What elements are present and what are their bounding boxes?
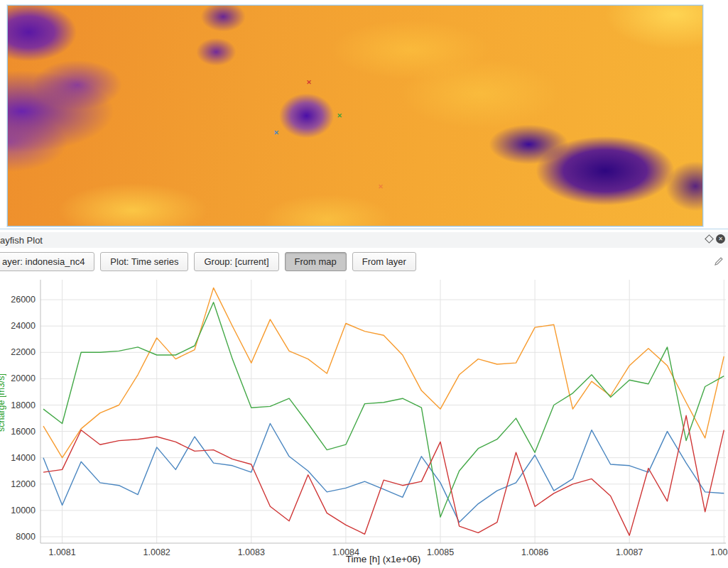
orange-point-marker-icon: ✕	[378, 184, 384, 190]
y-axis-label: scharge [m3/s]	[0, 373, 6, 432]
toolbar-button-layer[interactable]: ayer: indonesia_nc4	[0, 252, 94, 271]
svg-text:22000: 22000	[11, 347, 36, 357]
edit-plot-icon[interactable]	[714, 256, 724, 266]
svg-text:20000: 20000	[11, 373, 36, 383]
svg-text:1.0083: 1.0083	[238, 547, 265, 557]
svg-text:1.0085: 1.0085	[427, 547, 454, 557]
svg-text:Time [h] (x1e+06): Time [h] (x1e+06)	[346, 554, 421, 564]
svg-text:1.0087: 1.0087	[616, 547, 643, 557]
svg-text:18000: 18000	[11, 400, 36, 410]
timeseries-plot[interactable]: 1.00811.00821.00831.00841.00851.00861.00…	[0, 274, 728, 568]
close-panel-icon[interactable]: ✕	[716, 234, 725, 244]
toolbar-button-from-map[interactable]: From map	[285, 252, 347, 271]
toolbar-button-group[interactable]: Group: [current]	[194, 252, 278, 271]
svg-text:26000: 26000	[11, 295, 36, 305]
plot-panel-title: ayfish Plot	[0, 235, 43, 246]
svg-text:1.0082: 1.0082	[143, 547, 170, 557]
undock-panel-icon[interactable]	[705, 234, 714, 244]
dock-divider	[0, 229, 728, 229]
timeseries-chart: 1.00811.00821.00831.00841.00851.00861.00…	[0, 274, 728, 568]
svg-text:12000: 12000	[11, 479, 36, 489]
svg-text:1.0086: 1.0086	[521, 547, 548, 557]
svg-text:24000: 24000	[11, 321, 36, 331]
plot-panel-titlebar: ayfish Plot ✕	[0, 232, 728, 248]
green-point-marker-icon: ✕	[337, 113, 342, 119]
plot-toolbar-buttons: ayer: indonesia_nc4Plot: Time seriesGrou…	[0, 252, 416, 271]
svg-text:14000: 14000	[11, 453, 36, 463]
svg-text:1.0081: 1.0081	[48, 547, 75, 557]
svg-text:10000: 10000	[11, 506, 36, 515]
plot-toolbar: ayer: indonesia_nc4Plot: Time seriesGrou…	[0, 251, 728, 273]
red-point-marker-icon: ✕	[306, 80, 312, 86]
map-canvas[interactable]: ✕✕✕✕	[7, 5, 703, 226]
svg-text:16000: 16000	[11, 427, 36, 437]
toolbar-button-from-layer[interactable]: From layer	[352, 252, 416, 271]
toolbar-button-plot-type[interactable]: Plot: Time series	[100, 252, 188, 271]
svg-text:8000: 8000	[16, 532, 36, 542]
blue-point-marker-icon: ✕	[273, 130, 279, 136]
svg-text:1.0088: 1.0088	[710, 547, 728, 557]
